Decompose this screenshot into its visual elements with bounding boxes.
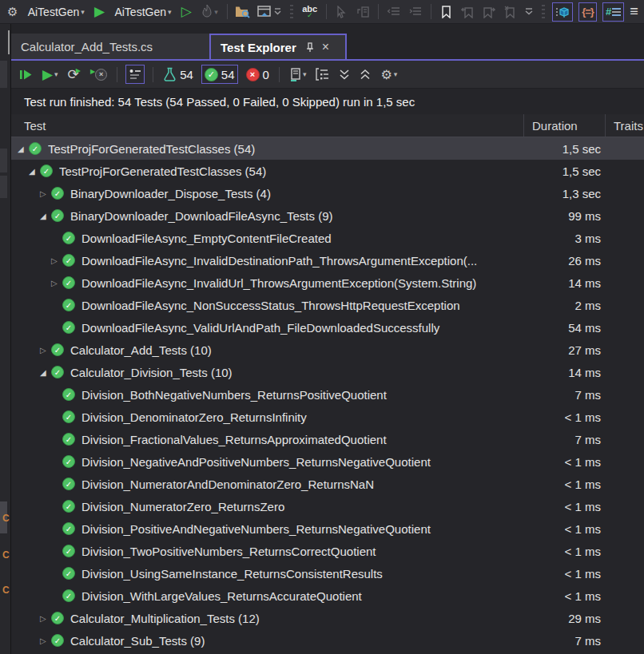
expander-collapsed-icon[interactable]: ▷ [51, 256, 62, 265]
expander-collapsed-icon[interactable]: ▷ [40, 614, 51, 623]
toolbar-overflow-icon[interactable] [274, 8, 281, 15]
expander-expanded-icon[interactable]: ◢ [18, 145, 29, 153]
test-settings-dropdown[interactable]: ⚙ ▾ [379, 65, 399, 84]
expander-expanded-icon[interactable]: ◢ [40, 368, 51, 377]
expander-collapsed-icon[interactable]: ▷ [40, 189, 51, 198]
playlist-dropdown[interactable]: ▾ [288, 65, 308, 84]
adjacent-panel-sliver: C C C [0, 24, 11, 654]
start-without-debug-button[interactable]: ▷ [179, 3, 195, 21]
test-duration: < 1 ms [523, 478, 605, 491]
toolbar-overflow-button[interactable] [523, 2, 535, 22]
column-header-test[interactable]: Test [11, 114, 523, 137]
format-document-button[interactable]: # [602, 2, 624, 22]
test-duration: 1,3 sec [523, 187, 605, 200]
test-run-status-text: Test run finished: 54 Tests (54 Passed, … [24, 95, 415, 109]
indent-increase-button[interactable] [407, 3, 423, 21]
run-tests-dropdown[interactable]: ▶ ▾ [41, 65, 60, 84]
test-tree-row[interactable]: ✓Division_BothNegativeNumbers_ReturnsPos… [11, 383, 644, 406]
test-tree-row[interactable]: ▷✓DownloadFileAsync_InvalidDestinationPa… [11, 249, 644, 272]
next-bookmark-button[interactable] [481, 3, 497, 21]
failed-icon: × [246, 68, 260, 81]
copy-structure-button[interactable] [356, 3, 372, 21]
start-debug-button[interactable]: ▶ [92, 3, 108, 21]
test-tree-row[interactable]: ✓DownloadFileAsync_ValidUrlAndPath_FileD… [11, 316, 644, 339]
solution-home-button[interactable] [256, 2, 283, 22]
bookmark-icon [441, 6, 451, 18]
environment-braces-button[interactable]: {=} [578, 2, 597, 22]
test-tree-row[interactable]: ▷✓DownloadFileAsync_InvalidUrl_ThrowsArg… [11, 272, 644, 294]
test-tree-row[interactable]: ◢✓TestProjForGeneratedTestClasses (54)1,… [11, 137, 644, 160]
expand-all-button[interactable] [358, 65, 372, 84]
collapse-all-button[interactable] [337, 65, 352, 84]
previous-bookmark-icon [461, 6, 474, 18]
passed-tests-filter[interactable]: ✓ 54 [201, 65, 238, 84]
test-tree-row[interactable]: ✓Division_NumeratorAndDenominatorZero_Re… [11, 473, 644, 495]
test-tree-row[interactable]: ▷✓Calculator_Sub_Tests (9)7 ms [11, 629, 644, 652]
pin-icon[interactable] [304, 42, 314, 52]
failed-tests-filter[interactable]: × 0 [244, 65, 271, 84]
toolbar-drag-handle[interactable] [290, 5, 293, 19]
toolbar-drag-handle[interactable] [542, 5, 545, 19]
run-all-tests-button[interactable] [18, 65, 34, 84]
profiler-flame-button[interactable]: ▾ [200, 2, 220, 22]
total-tests-filter[interactable]: 54 [161, 65, 195, 84]
column-header-duration[interactable]: Duration [523, 114, 605, 137]
spell-check-button[interactable]: abc ✓ [300, 2, 319, 22]
indent-decrease-button[interactable] [386, 3, 402, 21]
test-tree-row[interactable]: ✓Division_FractionalValues_ReturnsApprox… [11, 428, 644, 450]
debug-target-dropdown[interactable]: AiTestGen ▾ [26, 2, 86, 22]
expander-expanded-icon[interactable]: ◢ [40, 212, 51, 220]
tab-calculator-add-tests[interactable]: Calculator_Add_Tests.cs [11, 34, 209, 59]
test-tree-row[interactable]: ✓DownloadFileAsync_NonSuccessStatus_Thro… [11, 294, 644, 316]
chevron-down-icon: ▾ [394, 70, 398, 78]
failed-tests-count: 0 [263, 68, 269, 81]
playlist-icon [289, 68, 301, 81]
test-tree-row[interactable]: ✓Division_NegativeAndPositiveNumbers_Ret… [11, 450, 644, 473]
chevron-down-icon: ▾ [168, 8, 172, 16]
expander-collapsed-icon[interactable]: ▷ [40, 636, 51, 645]
container-tools-button[interactable] [552, 2, 573, 22]
repeat-last-run-button[interactable]: ⟳ ▶ [66, 65, 82, 84]
test-passed-icon: ✓ [62, 433, 75, 446]
hamburger-menu-icon[interactable]: ≡ [630, 3, 641, 20]
tab-strip: Calculator_Add_Tests.cs Test Explorer × [11, 24, 644, 59]
run-profile-dropdown[interactable]: AiTestGen ▾ [113, 2, 173, 22]
expander-collapsed-icon[interactable]: ▷ [51, 279, 62, 287]
previous-bookmark-button[interactable] [459, 3, 475, 21]
test-tree-row[interactable]: ◢✓TestProjForGeneratedTestClasses (54)1,… [11, 160, 644, 182]
test-tree-row[interactable]: ✓Division_PositiveAndNegativeNumbers_Ret… [11, 517, 644, 540]
test-tree-row[interactable]: ▷✓BinaryDownloader_Dispose_Tests (4)1,3 … [11, 182, 644, 204]
show-options-toggle[interactable] [125, 65, 145, 84]
clear-bookmarks-button[interactable] [503, 3, 519, 21]
clear-bookmarks-icon [504, 6, 516, 18]
test-tree-row[interactable]: ✓Division_UsingSameInstance_ReturnsConsi… [11, 562, 644, 585]
test-name: DownloadFileAsync_ValidUrlAndPath_FileDo… [81, 321, 523, 335]
test-tree-row[interactable]: ✓Division_TwoPositiveNumbers_ReturnsCorr… [11, 540, 644, 562]
test-passed-icon: ✓ [62, 410, 75, 423]
close-icon[interactable]: × [322, 40, 329, 54]
test-duration: 27 ms [523, 343, 605, 357]
pointer-mode-button[interactable] [334, 3, 350, 21]
column-header-traits[interactable]: Traits [605, 114, 644, 137]
group-by-button[interactable] [314, 65, 331, 84]
test-tree-row[interactable]: ✓Division_NumeratorZero_ReturnsZero< 1 m… [11, 495, 644, 517]
gear-icon[interactable]: ⚙ [5, 3, 21, 21]
test-tree-row[interactable]: ◢✓Calculator_Division_Tests (10)14 ms [11, 361, 644, 383]
test-tree-row[interactable]: ◢✓BinaryDownloader_DownloadFileAsync_Tes… [11, 204, 644, 227]
test-duration: < 1 ms [523, 545, 605, 558]
toggle-bookmark-button[interactable] [439, 3, 455, 21]
test-duration: 2 ms [523, 299, 605, 312]
find-in-files-button[interactable] [235, 3, 251, 21]
tab-test-explorer[interactable]: Test Explorer × [209, 34, 347, 59]
test-name: Division_PositiveAndNegativeNumbers_Retu… [81, 522, 523, 536]
expander-expanded-icon[interactable]: ◢ [29, 167, 40, 176]
expander-collapsed-icon[interactable]: ▷ [40, 346, 51, 355]
test-tree-row[interactable]: ✓DownloadFileAsync_EmptyContentFileCreat… [11, 227, 644, 249]
test-duration: < 1 ms [523, 522, 605, 536]
test-tree-row[interactable]: ▷✓Calculator_Multiplication_Tests (12)29… [11, 607, 644, 629]
test-tree-row[interactable]: ▷✓Calculator_Add_Tests (10)27 ms [11, 339, 644, 361]
test-tree-row[interactable]: ✓Division_WithLargeValues_ReturnsAccurat… [11, 585, 644, 607]
cancel-run-button[interactable]: ▶ × [89, 65, 109, 84]
test-passed-icon: ✓ [62, 232, 75, 244]
test-tree-row[interactable]: ✓Division_DenominatorZero_ReturnsInfinit… [11, 406, 644, 428]
